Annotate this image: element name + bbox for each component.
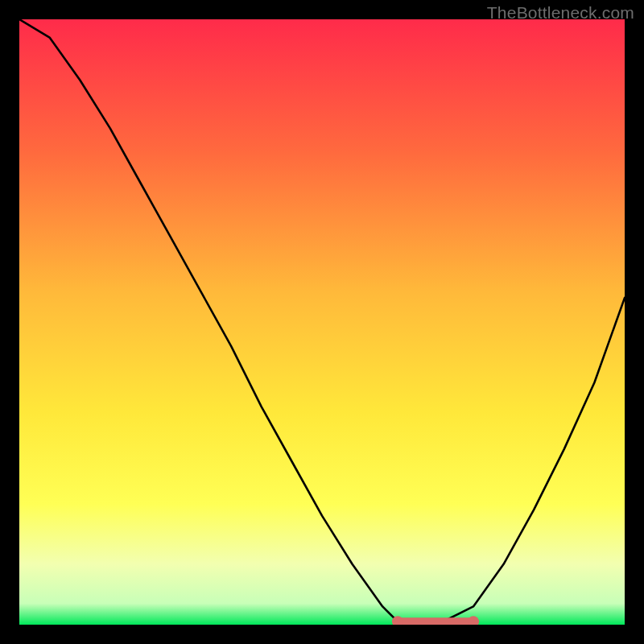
plot-area: [19, 19, 625, 625]
watermark-text: TheBottleneck.com: [487, 3, 634, 23]
chart-frame: TheBottleneck.com: [0, 0, 644, 644]
gradient-background: [19, 19, 625, 625]
chart-svg: [19, 19, 625, 625]
